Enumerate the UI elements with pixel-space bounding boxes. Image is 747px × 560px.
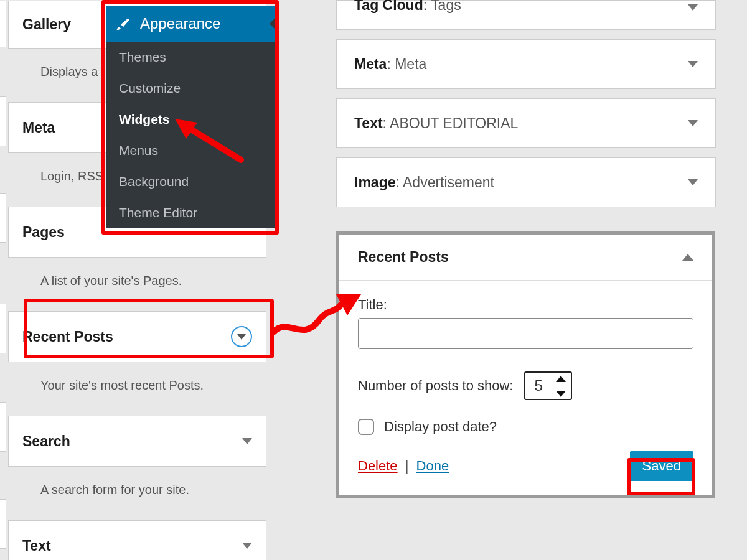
- widget-title: Gallery: [22, 16, 71, 33]
- sb-value: Meta: [395, 56, 426, 72]
- num-posts-label: Number of posts to show:: [358, 378, 513, 394]
- num-posts-input[interactable]: 5: [524, 371, 572, 400]
- paintbrush-icon: [115, 16, 131, 32]
- sb-label: Text: [354, 115, 383, 131]
- done-link[interactable]: Done: [416, 458, 449, 474]
- widget-description: A list of your site's Pages.: [8, 258, 266, 304]
- sidebar-widgets-column: Tag Cloud: Tags Meta: Meta Text: ABOUT E…: [336, 0, 716, 207]
- menu-item-theme-editor[interactable]: Theme Editor: [106, 197, 275, 228]
- available-widget-search[interactable]: Search: [8, 416, 266, 467]
- panel-title: Recent Posts: [358, 249, 449, 266]
- saved-button[interactable]: Saved: [630, 451, 693, 481]
- panel-header[interactable]: Recent Posts: [339, 235, 712, 281]
- sidebar-widget-tag-cloud[interactable]: Tag Cloud: Tags: [336, 0, 716, 30]
- menu-item-menus[interactable]: Menus: [106, 135, 275, 166]
- sb-label: Tag Cloud: [354, 0, 423, 13]
- sidebar-widget-meta[interactable]: Meta: Meta: [336, 39, 716, 89]
- display-date-label: Display post date?: [384, 419, 497, 435]
- menu-item-themes[interactable]: Themes: [106, 42, 275, 73]
- chevron-down-icon: [688, 4, 698, 11]
- title-label: Title:: [358, 297, 693, 313]
- separator: |: [405, 458, 409, 474]
- appearance-submenu: Appearance Themes Customize Widgets Menu…: [106, 6, 275, 228]
- menu-item-customize[interactable]: Customize: [106, 73, 275, 104]
- available-widget-recent-posts[interactable]: Recent Posts: [8, 311, 266, 362]
- chevron-down-icon: [242, 543, 252, 549]
- display-date-checkbox[interactable]: [358, 419, 374, 435]
- widget-title: Search: [22, 433, 70, 450]
- sb-value: ABOUT EDITORIAL: [390, 115, 518, 131]
- chevron-down-icon: [237, 334, 246, 340]
- widget-description: Your site's most recent Posts.: [8, 362, 266, 408]
- widget-title: Pages: [22, 224, 65, 241]
- delete-link[interactable]: Delete: [358, 458, 398, 474]
- recent-posts-widget-panel: Recent Posts Title: Number of posts to s…: [336, 231, 715, 498]
- sidebar-widget-image[interactable]: Image: Advertisement: [336, 157, 716, 207]
- menu-item-background[interactable]: Background: [106, 166, 275, 197]
- widget-description: A search form for your site.: [8, 467, 266, 513]
- spinner-down-icon[interactable]: [556, 391, 566, 397]
- widget-title: Recent Posts: [22, 329, 113, 345]
- sb-value: Advertisement: [403, 174, 494, 190]
- number-spinner[interactable]: [556, 376, 567, 397]
- chevron-down-icon: [242, 438, 252, 444]
- chevron-down-icon: [688, 120, 698, 126]
- sidebar-widget-text[interactable]: Text: ABOUT EDITORIAL: [336, 98, 716, 148]
- num-posts-value: 5: [534, 377, 542, 394]
- chevron-down-icon: [688, 179, 698, 185]
- sb-value: Tags: [431, 0, 461, 13]
- spinner-up-icon[interactable]: [556, 376, 566, 382]
- menu-heading-label: Appearance: [140, 15, 220, 32]
- widget-title: Text: [22, 538, 51, 554]
- available-widget-text[interactable]: Text: [8, 520, 266, 560]
- chevron-down-icon: [688, 61, 698, 67]
- left-column-sliver: [0, 0, 6, 560]
- menu-item-widgets[interactable]: Widgets: [106, 104, 275, 135]
- widget-title: Meta: [22, 119, 55, 136]
- title-input[interactable]: [358, 318, 693, 349]
- menu-heading-appearance[interactable]: Appearance: [106, 6, 275, 42]
- chevron-up-icon: [682, 254, 693, 261]
- expand-toggle-icon[interactable]: [231, 326, 252, 347]
- sb-label: Image: [354, 174, 395, 190]
- sb-label: Meta: [354, 56, 387, 72]
